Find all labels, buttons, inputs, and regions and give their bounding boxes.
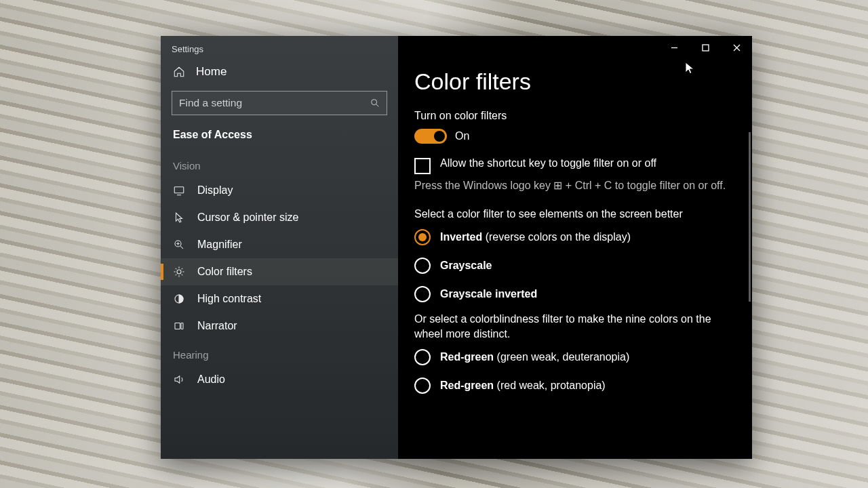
- narrator-icon: [173, 320, 185, 332]
- sidebar-item-label: Cursor & pointer size: [197, 211, 298, 224]
- radio-grayscale-inverted[interactable]: Grayscale inverted: [414, 286, 736, 302]
- radio-inverted[interactable]: Inverted (reverse colors on the display): [414, 229, 736, 245]
- home-label: Home: [196, 65, 226, 79]
- search-input[interactable]: [172, 91, 387, 115]
- sidebar-item-label: Display: [197, 184, 233, 197]
- color-filters-icon: [173, 266, 185, 278]
- sidebar-item-label: Color filters: [197, 266, 252, 278]
- sidebar-item-label: High contrast: [197, 293, 261, 305]
- radio-protanopia[interactable]: Red-green (red weak, protanopia): [414, 378, 736, 394]
- radio-label: Red-green (green weak, deuteranopia): [440, 351, 629, 363]
- sidebar-category: Ease of Access: [161, 125, 398, 150]
- svg-rect-7: [703, 45, 709, 51]
- color-filters-toggle[interactable]: On: [414, 129, 736, 144]
- svg-point-0: [372, 100, 377, 105]
- shortcut-checkbox[interactable]: Allow the shortcut key to toggle filter …: [414, 157, 736, 174]
- select-filter-lead: Select a color filter to see elements on…: [414, 207, 733, 222]
- home-icon: [173, 66, 185, 78]
- toggle-label: Turn on color filters: [414, 110, 736, 122]
- main-pane: Color filters Turn on color filters On A…: [398, 36, 752, 459]
- sidebar-item-label: Audio: [197, 373, 225, 386]
- sidebar-item-display[interactable]: Display: [161, 177, 398, 204]
- svg-rect-1: [174, 187, 184, 193]
- sidebar-item-label: Magnifier: [197, 239, 242, 251]
- audio-icon: [173, 373, 185, 386]
- magnifier-icon: [173, 239, 185, 251]
- radio-label: Red-green (red weak, protanopia): [440, 380, 606, 392]
- sidebar-item-audio[interactable]: Audio: [161, 366, 398, 386]
- home-link[interactable]: Home: [161, 54, 398, 87]
- window-title: Settings: [161, 36, 398, 54]
- display-icon: [173, 184, 185, 197]
- shortcut-hint: Press the Windows logo key ⊞ + Ctrl + C …: [414, 178, 733, 193]
- scrollbar[interactable]: [749, 132, 751, 302]
- high-contrast-icon: [173, 293, 185, 305]
- group-hearing: Hearing: [161, 340, 398, 366]
- toggle-on-icon: [414, 129, 447, 144]
- radio-icon: [414, 229, 431, 245]
- sidebar-item-high-contrast[interactable]: High contrast: [161, 285, 398, 312]
- search-icon: [370, 98, 380, 108]
- radio-icon: [414, 258, 431, 274]
- radio-icon: [414, 349, 431, 365]
- radio-label: Grayscale: [440, 260, 492, 272]
- toggle-value: On: [455, 130, 469, 142]
- sidebar-item-label: Narrator: [197, 320, 237, 332]
- radio-label: Grayscale inverted: [440, 288, 537, 300]
- minimize-button[interactable]: [658, 36, 690, 59]
- radio-icon: [414, 378, 431, 394]
- sidebar-item-cursor[interactable]: Cursor & pointer size: [161, 204, 398, 231]
- cursor-icon: [173, 211, 185, 224]
- settings-window: Settings Home Ease of Access Vision Disp…: [161, 36, 752, 459]
- group-vision: Vision: [161, 150, 398, 177]
- svg-rect-6: [181, 323, 183, 329]
- radio-icon: [414, 286, 431, 302]
- radio-deuteranopia[interactable]: Red-green (green weak, deuteranopia): [414, 349, 736, 365]
- radio-label: Inverted (reverse colors on the display): [440, 231, 631, 243]
- sidebar-item-magnifier[interactable]: Magnifier: [161, 231, 398, 258]
- sidebar-item-narrator[interactable]: Narrator: [161, 312, 398, 340]
- close-button[interactable]: [721, 36, 752, 59]
- page-title: Color filters: [414, 68, 736, 95]
- checkbox-icon: [414, 158, 431, 174]
- maximize-button[interactable]: [690, 36, 721, 59]
- window-controls: [658, 36, 752, 59]
- sidebar: Settings Home Ease of Access Vision Disp…: [161, 36, 398, 459]
- colorblind-lead: Or select a colorblindness filter to mak…: [414, 312, 733, 341]
- search-wrap: [172, 91, 387, 115]
- radio-grayscale[interactable]: Grayscale: [414, 258, 736, 274]
- svg-point-3: [177, 270, 181, 274]
- shortcut-checkbox-label: Allow the shortcut key to toggle filter …: [440, 157, 656, 169]
- sidebar-item-color-filters[interactable]: Color filters: [161, 258, 398, 285]
- svg-rect-5: [175, 323, 180, 329]
